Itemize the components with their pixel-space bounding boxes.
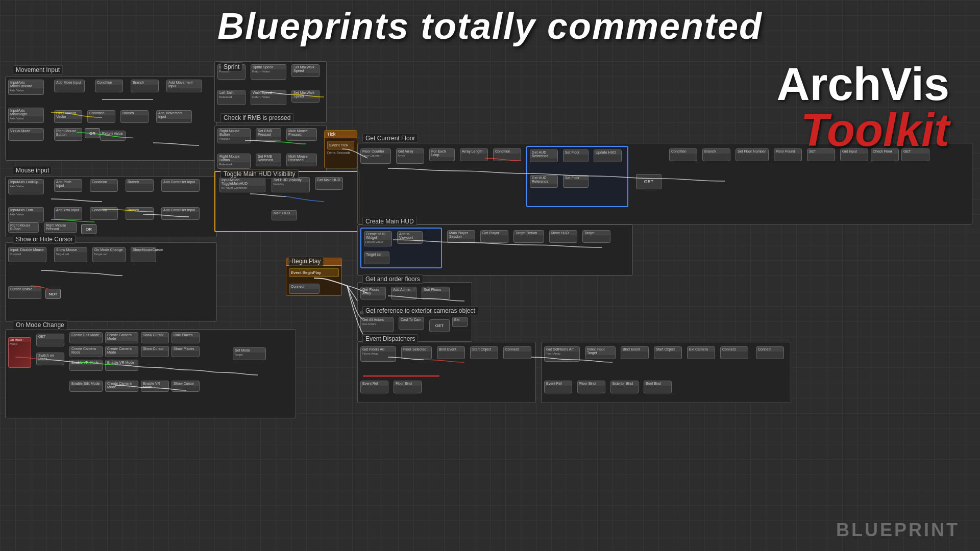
mouse-input-label: Mouse input [13,166,52,175]
sprint-label: Sprint [220,62,242,71]
node-update-hud: Update HUD [594,149,622,162]
movement-input-label: Movement Input [13,65,63,74]
node-branch-far: Branch [702,148,730,161]
toggle-hud-label: Toggle Main HUD Visibility [220,169,299,179]
node-connect-disp3: Connect [756,346,784,359]
page-title: Blueprints totally commented [0,5,980,47]
node-set-rmb2: Set RMB Released [256,154,281,166]
check-rmb-section: Right Mouse Button Pressed Set RMB Press… [214,125,327,176]
node-condition-far: Condition [669,148,697,161]
node-move-hud: Move HUD [549,230,577,243]
node-right-mouse: Right Mouse Button [54,128,82,141]
node-branch3: Branch [126,179,154,192]
node-add-pitch: Add Pitch Input [54,179,82,192]
node-branch4: Branch [126,207,154,220]
node-add-input2: Add Movement Input [156,110,192,123]
node-show-cursor3: Show Cursor [141,346,169,357]
red-wire [363,375,439,377]
hud-create-label: Create Main HUD [362,217,417,226]
movement-input-section: InputAxis MoveForward Axis Value Add Mov… [5,77,217,161]
node-get-set: GET [36,334,64,346]
node-toggle-controller: InputAction ToggleMainHUD In Player Cont… [219,177,265,192]
node-set-mode: Switch on Mode [36,353,64,365]
node-set-floor-num: Set Floor Number [736,148,769,161]
node-cond3: Condition [90,179,118,192]
node-get-player: Get Player [480,230,508,243]
node-add-ctrl-input: Add Controller Input [161,179,200,192]
node-show-places: Show Places [172,346,200,357]
event-disp-label: Event Dispatchers [362,334,418,343]
event-dispatchers-section: Get Floors Arr Floors Array Floor Select… [357,342,536,403]
node-right-button: Right Mouse Button Pressed [217,128,251,143]
node-walk-speed: Walk Speed Return Value [251,90,286,105]
node-get-hud-ref: Get HUD Reference [530,149,558,162]
node-get2: GET [429,319,450,332]
node-bool-bind: Bool Bind [644,381,672,393]
node-multi-released: Multi Mouse Released [286,154,317,166]
node-floors-arr2: Get Floors Arr Floors Array [360,346,396,362]
node-right-mouse2: Right Mouse Button [8,222,39,233]
floor-label: Get Currrent Floor [362,134,418,143]
node-get-actor: Array Length [460,148,488,161]
begin-body: Event BeginPlay [286,266,341,280]
node-mode-change: On Mode Change Target sel [92,247,126,262]
node-show-visibility: ShowMouseCursor [131,247,156,262]
node-enable-vr: Enable VR Mode [69,360,103,371]
cursor-section: Input: Disable Mouse Pressed Show Mouse … [5,242,217,321]
node-sort-floors: Sort Floors [422,287,450,299]
node-target-return: Target Return [513,230,544,243]
mode-change-label: On Mode Change [13,320,67,330]
node-condition1: Condition [95,80,123,92]
node-create-hud-widget: Create HUD Widget Return Value [364,231,392,246]
check-rmb-label: Check if RMB is pressed [220,113,293,122]
node-exterior-bind: Exterior Bind [610,381,639,393]
node-input-disable-mouse: Input: Disable Mouse Pressed [8,247,46,262]
node-add-input1: Add Movement Input [166,80,202,92]
node-bind-event: Bind Event [437,346,465,359]
node-create-cam2: Create Camera Mode [105,346,138,357]
node-get-array: Get Array Array [396,148,424,164]
node-not: NOT [45,289,61,299]
order-floors-label: Get and order floors [362,274,423,284]
archvis-logo: ArchVis Toolkit [776,61,949,153]
node-add-floors: Add Admin [391,287,416,299]
node-floor-counter: Floor Counter Floor Counter [360,148,391,164]
node-for-each: For Each Loop [429,148,455,161]
node-input-move-forward: InputAxis MoveForward Axis Value [8,80,44,95]
node-right-button2: Right Mouse Button Released [217,154,251,169]
node-sprint-speed: Sprint Speed Return Value [251,64,286,80]
cursor-label: Show or Hide Cursor [13,235,76,244]
node-multi-pressed: Multi Mouse Pressed [286,128,317,141]
node-enable-vr3: Enable VR Mode [141,381,169,392]
node-start-object2: Start Object [654,346,682,359]
node-enable-edit2: Enable Edit Mode [69,381,103,392]
archvis-text: ArchVis [776,61,949,107]
node-set-speed2: Set MaxWalk Speed [291,90,320,103]
node-mouse-x: InputAxis LookUp Axis Value [8,179,44,194]
node-cast-cam: Cast To Cam [399,317,424,330]
node-enable-edit: Create Edit Mode [69,332,103,343]
node-virtual-mode: Virtual Mode [8,128,44,141]
create-hud-section: Create HUD Widget Return Value Add to Vi… [357,224,633,276]
node-index-selected: Index Input Target [585,346,616,359]
node-mode-enum: On Mode Mode [8,337,31,368]
node-floors-arr3: Get SetFloors Arr Floor Array [544,346,580,362]
node-enable-vr2: Enable VR Mode [105,360,138,371]
node-ext-cam2: Ext [452,317,468,327]
node-enable-cam2: Create Camera Mode [105,332,138,343]
tick-section: Tick Event Tick Delta Seconds [324,130,357,168]
node-branch2: Branch [120,110,149,123]
node-set-visibility: Set HUD Visibility Visibility [272,177,310,192]
node-ext-cam-ref: Ext Camera [687,346,715,359]
node-blue-group: Get HUD Reference Set Floor Update HUD G… [526,146,628,207]
node-final-mode: Set Mode Target [233,347,266,360]
node-set-floor2: Set Floor [563,175,589,188]
node-add-ctrl-input2: Add Controller Input [161,207,200,220]
node-floor-bind2: Floor Bind [577,381,605,393]
node-start-object: Start Object [470,346,498,359]
node-get-floors-arr: Get Floors Array [360,287,386,299]
node-add-movement: Add Move Input [54,80,85,92]
node-event-ref2: Event Ref [544,381,572,393]
mouse-input-section: InputAxis LookUp Axis Value Add Pitch In… [5,176,217,237]
blueprint-watermark: BLUEPRINT [836,519,960,541]
